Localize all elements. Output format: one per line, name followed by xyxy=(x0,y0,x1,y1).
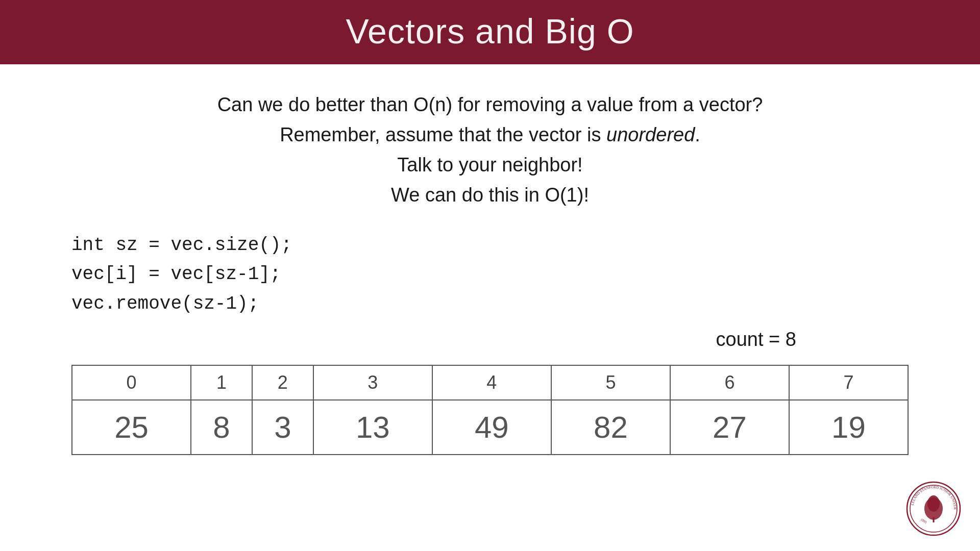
intro-line-2: Remember, assume that the vector is unor… xyxy=(41,120,939,150)
intro-line2-italic: unordered xyxy=(606,124,695,145)
count-label: count = 8 xyxy=(41,329,796,350)
intro-line-4: We can do this in O(1)! xyxy=(41,180,939,210)
table-header-3: 3 xyxy=(313,365,432,400)
table-cell-0: 25 xyxy=(72,400,191,455)
table-cell-4: 49 xyxy=(432,400,551,455)
table-cell-3: 13 xyxy=(313,400,432,455)
header-bar: Vectors and Big O xyxy=(0,0,980,64)
code-line-2: vec[i] = vec[sz-1]; xyxy=(71,260,939,289)
table-cell-1: 8 xyxy=(191,400,252,455)
values-row: 25831349822719 xyxy=(72,400,908,455)
code-block: int sz = vec.size(); vec[i] = vec[sz-1];… xyxy=(71,231,939,319)
table-header-2: 2 xyxy=(252,365,313,400)
code-line-1: int sz = vec.size(); xyxy=(71,231,939,260)
vector-table-container: 01234567 25831349822719 xyxy=(71,365,909,455)
table-header-4: 4 xyxy=(432,365,551,400)
page-title: Vectors and Big O xyxy=(0,11,980,51)
header-row: 01234567 xyxy=(72,365,908,400)
vector-table-header: 01234567 xyxy=(72,365,908,400)
intro-line2-prefix: Remember, assume that the vector is xyxy=(280,124,606,145)
table-header-5: 5 xyxy=(551,365,670,400)
vector-table: 01234567 25831349822719 xyxy=(71,365,909,455)
intro-line-3: Talk to your neighbor! xyxy=(41,150,939,180)
table-cell-2: 3 xyxy=(252,400,313,455)
intro-text-block: Can we do better than O(n) for removing … xyxy=(41,90,939,210)
table-header-1: 1 xyxy=(191,365,252,400)
intro-line2-suffix: . xyxy=(695,124,700,145)
table-header-7: 7 xyxy=(789,365,908,400)
main-content: Can we do better than O(n) for removing … xyxy=(0,64,980,455)
vector-table-body: 25831349822719 xyxy=(72,400,908,455)
intro-line-1: Can we do better than O(n) for removing … xyxy=(41,90,939,120)
code-line-3: vec.remove(sz-1); xyxy=(71,289,939,319)
table-header-6: 6 xyxy=(670,365,789,400)
table-header-0: 0 xyxy=(72,365,191,400)
table-cell-6: 27 xyxy=(670,400,789,455)
table-cell-7: 19 xyxy=(789,400,908,455)
table-cell-5: 82 xyxy=(551,400,670,455)
stanford-seal: LELAND STANFORD JUNIOR UNIVERSITY 1891 xyxy=(905,481,962,537)
svg-point-4 xyxy=(927,495,940,512)
